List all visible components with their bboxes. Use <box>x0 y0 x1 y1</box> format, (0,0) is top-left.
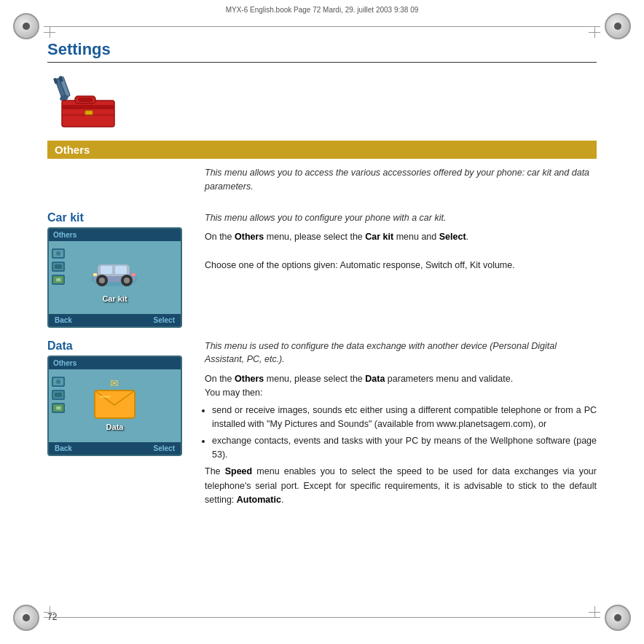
data-back-btn[interactable]: Back <box>55 444 72 452</box>
data-bullet-2: exchange contacts, events and tasks with… <box>212 434 597 463</box>
car-kit-right: This menu allows you to configure your p… <box>205 211 597 273</box>
intro-section: This menu allows you to access the vario… <box>47 166 597 200</box>
data-body-3: parameters menu and validate. <box>385 374 513 384</box>
title-divider <box>47 62 597 63</box>
svg-rect-36 <box>100 396 111 398</box>
car-kit-back-btn[interactable]: Back <box>55 316 72 324</box>
corner-decoration-bl <box>13 605 39 631</box>
svg-point-12 <box>56 251 60 256</box>
car-kit-screen-label: Car kit <box>102 294 127 303</box>
data-phone-screen: Others ✉ <box>47 356 182 456</box>
icon-2 <box>52 262 65 272</box>
data-icon-3: ✉ <box>52 403 65 413</box>
crosshair-tr <box>589 26 600 38</box>
svg-rect-31 <box>55 393 62 397</box>
data-speed-1: The <box>205 466 225 476</box>
icon-1 <box>52 248 65 259</box>
toolbox-icon <box>47 73 120 131</box>
svg-point-25 <box>124 278 130 283</box>
intro-text: This menu allows you to access the vario… <box>205 166 597 194</box>
car-kit-intro: This menu allows you to configure your p… <box>205 211 597 225</box>
bottom-border <box>44 617 600 618</box>
data-icon-2 <box>52 390 65 400</box>
toolbox-image-area <box>47 73 597 133</box>
car-kit-heading: Car kit <box>47 211 193 224</box>
data-icon-strip: ✉ <box>52 377 65 413</box>
data-speed-bold: Speed <box>225 466 253 476</box>
car-kit-body-3: menu and <box>393 232 439 242</box>
svg-rect-20 <box>101 266 112 274</box>
page-content: Settings Others <box>47 40 597 604</box>
data-right: This menu is used to configure the data … <box>205 339 597 508</box>
data-left: Data Others ✉ <box>47 339 193 456</box>
svg-text:✉: ✉ <box>110 380 119 389</box>
car-kit-select-bold: Select <box>439 232 466 242</box>
page-number: 72 <box>47 612 57 622</box>
data-screen-footer: Back Select <box>49 442 181 455</box>
svg-point-23 <box>99 278 105 283</box>
svg-rect-14 <box>55 264 62 269</box>
svg-rect-21 <box>115 266 127 274</box>
data-others-bold: Others <box>235 374 264 384</box>
data-automatic-bold: Automatic <box>237 495 281 505</box>
svg-text:✉: ✉ <box>56 405 61 412</box>
data-screen-label: Data <box>106 423 124 431</box>
car-kit-screen-footer: Back Select <box>49 314 181 326</box>
data-name-bold: Data <box>365 374 385 384</box>
car-kit-screen-body: ✉ <box>49 241 181 314</box>
corner-decoration-tl <box>13 13 39 39</box>
svg-rect-8 <box>78 98 93 102</box>
others-header-bar: Others <box>47 141 597 159</box>
car-kit-body: On the Others menu, please select the Ca… <box>205 230 597 272</box>
svg-rect-9 <box>85 111 93 115</box>
car-kit-icon-strip: ✉ <box>52 248 65 285</box>
data-body: On the Others menu, please select the Da… <box>205 372 597 507</box>
data-bullet-1: send or receive images, sounds etc eithe… <box>212 404 597 432</box>
svg-rect-6 <box>62 105 114 109</box>
car-kit-body-2: menu, please select the <box>264 232 365 242</box>
car-kit-select-btn[interactable]: Select <box>154 316 175 324</box>
car-kit-others-bold: Others <box>235 232 264 242</box>
data-speed-end: . <box>281 495 283 505</box>
data-body-2: menu, please select the <box>264 374 365 384</box>
icon-3: ✉ <box>52 275 65 285</box>
car-kit-body-4: Choose one of the options given: Automat… <box>205 260 515 270</box>
svg-rect-27 <box>132 273 136 276</box>
car-kit-screen-header: Others <box>49 229 181 241</box>
crosshair-tl <box>44 26 55 38</box>
data-icon-1 <box>52 377 65 387</box>
car-kit-body-3-end: . <box>466 232 468 242</box>
svg-point-29 <box>56 380 60 384</box>
data-you-may: You may then: <box>205 388 262 398</box>
data-screen-header: Others <box>49 357 181 369</box>
book-reference: MYX-6 English.book Page 72 Mardi, 29. ju… <box>51 6 593 14</box>
data-speed-text: The Speed menu enables you to select the… <box>205 465 597 507</box>
top-border <box>44 26 600 27</box>
car-kit-phone-screen: Others ✉ <box>47 227 182 328</box>
data-heading: Data <box>47 339 193 353</box>
page-title: Settings <box>47 40 597 59</box>
data-body-1: On the <box>205 374 235 384</box>
svg-rect-26 <box>93 273 97 276</box>
car-kit-left: Car kit Others ✉ <box>47 211 193 328</box>
svg-text:✉: ✉ <box>56 277 61 283</box>
data-screen-body: ✉ ✉ Data <box>49 369 181 442</box>
corner-decoration-tr <box>605 13 631 39</box>
data-select-btn[interactable]: Select <box>154 444 175 452</box>
crosshair-br <box>589 606 600 618</box>
data-intro: This menu is used to configure the data … <box>205 339 597 367</box>
car-icon <box>87 251 142 291</box>
car-kit-name-bold: Car kit <box>365 232 393 242</box>
corner-decoration-br <box>605 605 631 631</box>
others-label: Others <box>55 144 90 156</box>
data-bullet-list: send or receive images, sounds etc eithe… <box>205 404 597 463</box>
data-icon: ✉ <box>91 380 138 420</box>
intro-right: This menu allows you to access the vario… <box>205 166 597 200</box>
car-kit-body-1: On the <box>205 232 235 242</box>
data-section: Data Others ✉ <box>47 339 597 508</box>
car-kit-section: Car kit Others ✉ <box>47 211 597 328</box>
